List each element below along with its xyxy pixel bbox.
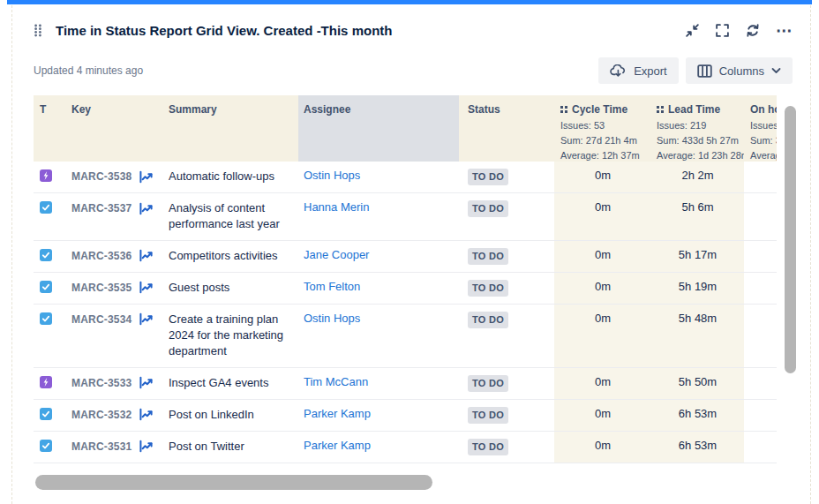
key-cell: MARC-3537: [66, 193, 163, 223]
minimize-icon[interactable]: [685, 23, 700, 38]
cycle-time-value: 0m: [595, 375, 611, 388]
column-header-assignee[interactable]: Assignee: [298, 95, 459, 162]
cycle-time-value: 0m: [595, 407, 611, 420]
issue-key[interactable]: MARC-3534: [71, 313, 132, 326]
issue-key[interactable]: MARC-3532: [71, 409, 132, 421]
key-cell: MARC-3535: [66, 273, 163, 303]
lead-time-value: 5h 17m: [679, 248, 717, 261]
key-cell: MARC-3536: [66, 241, 163, 271]
assignee-link[interactable]: Jane Cooper: [304, 248, 369, 261]
type-cell: [34, 273, 66, 304]
issue-summary: Inspect GA4 events: [169, 375, 268, 391]
task-icon: [40, 201, 52, 214]
assignee-link[interactable]: Tom Felton: [304, 280, 360, 293]
status-cell: TO DO: [459, 241, 554, 272]
chart-icon[interactable]: [139, 202, 155, 215]
assignee-link[interactable]: Tim McCann: [304, 375, 368, 388]
drag-handle-icon[interactable]: [34, 24, 42, 37]
lead-time-average: Average: 1d 23h 28m: [657, 150, 739, 161]
table-row: MARC-3532Post on LinkedInParker KampTO D…: [34, 400, 777, 432]
column-header-type[interactable]: T: [34, 95, 66, 162]
status-badge: TO DO: [468, 280, 508, 297]
key-cell: MARC-3532: [66, 400, 163, 430]
chart-icon[interactable]: [139, 170, 155, 184]
lead-time-value: 5h 6m: [681, 200, 713, 214]
cycle-time-issues: Issues: 53: [560, 120, 645, 131]
cloud-download-icon: [610, 64, 627, 78]
status-badge: TO DO: [468, 439, 508, 455]
status-cell: TO DO: [459, 368, 554, 399]
column-header-lead-time[interactable]: Lead Time Issues: 219 Sum: 433d 5h 27m A…: [650, 95, 744, 162]
refresh-icon[interactable]: [745, 23, 761, 38]
assignee-link[interactable]: Parker Kamp: [304, 439, 371, 452]
on-hold-cell: [744, 162, 777, 192]
chart-icon[interactable]: [139, 249, 155, 262]
grid-dots-icon: [657, 103, 664, 116]
assignee-link[interactable]: Hanna Merin: [304, 200, 369, 214]
issue-key[interactable]: MARC-3531: [71, 440, 132, 453]
assignee-link[interactable]: Ostin Hops: [304, 169, 360, 182]
columns-button[interactable]: Columns: [686, 57, 793, 84]
assignee-cell: Ostin Hops: [298, 162, 459, 192]
status-badge: TO DO: [468, 375, 508, 392]
assignee-link[interactable]: Ostin Hops: [304, 312, 360, 325]
key-cell: MARC-3538: [66, 162, 163, 192]
vertical-scrollbar[interactable]: [785, 106, 796, 373]
lead-time-value: 6h 53m: [679, 407, 717, 420]
chart-icon[interactable]: [139, 408, 155, 421]
key-cell: MARC-3533: [66, 368, 163, 398]
issue-key[interactable]: MARC-3535: [71, 282, 132, 294]
column-header-on-hold[interactable]: On ho Issues: Sum: 3 Averag: [744, 95, 777, 162]
assignee-link[interactable]: Parker Kamp: [304, 407, 371, 420]
cycle-time-cell: 0m: [554, 273, 650, 304]
issue-key[interactable]: MARC-3536: [71, 250, 132, 262]
export-button[interactable]: Export: [598, 57, 679, 84]
chart-icon[interactable]: [139, 440, 155, 453]
on-hold-sum: Sum: 3: [750, 135, 771, 146]
on-hold-cell: [744, 368, 777, 399]
lead-time-cell: 5h 48m: [650, 305, 744, 367]
column-header-cycle-time[interactable]: Cycle Time Issues: 53 Sum: 27d 21h 4m Av…: [554, 95, 650, 162]
status-cell: TO DO: [459, 193, 554, 239]
widget-header: Time in Status Report Grid View. Created…: [34, 23, 793, 38]
assignee-cell: Parker Kamp: [298, 432, 459, 463]
assignee-cell: Parker Kamp: [298, 400, 459, 431]
summary-cell: Inspect GA4 events: [163, 368, 298, 399]
status-cell: TO DO: [459, 305, 554, 367]
issue-key[interactable]: MARC-3533: [71, 377, 132, 389]
issue-key[interactable]: MARC-3537: [71, 202, 132, 214]
table-row: MARC-3534Create a training plan 2024 for…: [34, 305, 777, 368]
cycle-time-cell: 0m: [554, 368, 650, 399]
report-widget: Time in Status Report Grid View. Created…: [0, 0, 819, 504]
chart-icon[interactable]: [139, 376, 155, 389]
lead-time-cell: 6h 53m: [650, 432, 744, 463]
column-header-key[interactable]: Key: [66, 95, 163, 162]
cycle-time-value: 0m: [595, 248, 611, 261]
column-header-status[interactable]: Status: [459, 95, 554, 162]
assignee-cell: Ostin Hops: [298, 305, 459, 367]
task-icon: [40, 249, 52, 261]
lead-time-value: 5h 19m: [679, 280, 717, 293]
more-options-icon[interactable]: ⋯: [776, 26, 793, 35]
issue-summary: Competitors activities: [169, 248, 278, 264]
lead-time-cell: 2h 2m: [650, 162, 744, 192]
task-icon: [40, 408, 52, 420]
fullscreen-icon[interactable]: [715, 23, 730, 38]
cycle-time-cell: 0m: [554, 193, 650, 239]
cycle-time-cell: 0m: [554, 305, 650, 367]
key-cell: MARC-3534: [66, 305, 163, 335]
page-title: Time in Status Report Grid View. Created…: [56, 23, 685, 38]
summary-cell: Post on LinkedIn: [163, 400, 298, 431]
chart-icon[interactable]: [139, 281, 155, 294]
issue-key[interactable]: MARC-3538: [71, 170, 132, 183]
issue-summary: Analysis of content performance last yea…: [169, 200, 293, 232]
grid-dots-icon: [560, 103, 567, 116]
chart-icon[interactable]: [139, 312, 155, 326]
status-badge: TO DO: [468, 248, 508, 265]
column-header-summary[interactable]: Summary: [163, 95, 298, 162]
updated-timestamp: Updated 4 minutes ago: [34, 64, 143, 77]
horizontal-scrollbar[interactable]: [35, 475, 432, 490]
issue-summary: Post on LinkedIn: [169, 407, 254, 423]
issue-summary: Automatic follow-ups: [169, 169, 274, 184]
lead-time-cell: 5h 19m: [650, 273, 744, 304]
